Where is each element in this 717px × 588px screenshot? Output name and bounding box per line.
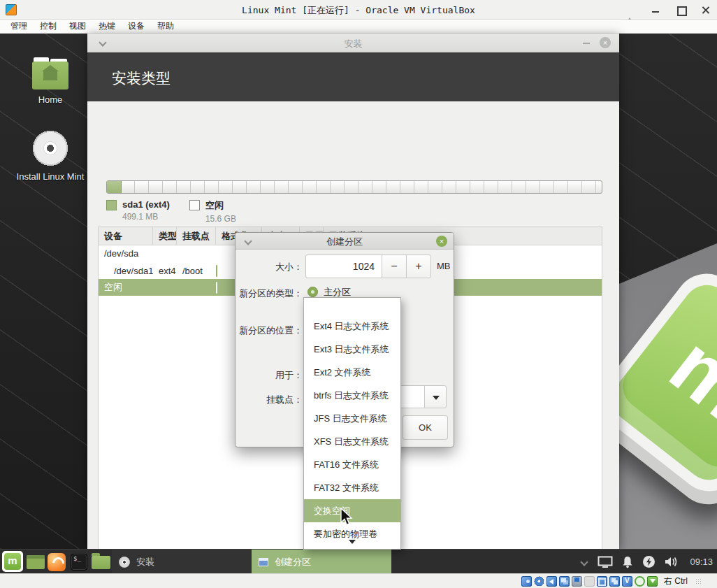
notifications-bell-icon[interactable]	[622, 556, 633, 568]
home-folder-icon	[32, 62, 68, 89]
firefox-icon[interactable]	[48, 553, 66, 571]
install-cd-icon	[32, 130, 68, 166]
size-input[interactable]: 1024	[305, 254, 382, 278]
size-label: 大小：	[236, 261, 303, 273]
window-task-icon	[259, 558, 268, 566]
mouse-integration-status-icon[interactable]	[635, 576, 645, 587]
home-icon-label: Home	[15, 94, 85, 106]
shared-folder-status-icon[interactable]	[584, 576, 595, 587]
display-tray-icon[interactable]	[598, 556, 613, 568]
format-checkbox-unchecked[interactable]	[216, 282, 217, 294]
optical-disc-status-icon[interactable]	[534, 576, 544, 587]
size-unit-label: MB	[437, 261, 451, 271]
system-tray: 09:13	[581, 550, 713, 574]
close-button[interactable]	[702, 6, 710, 14]
dialog-titlebar[interactable]: 创建分区 ×	[236, 233, 454, 250]
use-as-label: 用于：	[236, 369, 303, 382]
cell-type: ext4	[153, 266, 177, 276]
maximize-button[interactable]	[676, 6, 685, 14]
vbox-titlebar: Linux Mint [正在运行] - Oracle VM VirtualBox	[0, 0, 717, 20]
display-status-icon[interactable]	[597, 576, 607, 587]
menu-machine[interactable]: 管理	[4, 20, 34, 32]
dialog-title: 创建分区	[236, 236, 454, 248]
legend-size: 15.6 GB	[205, 214, 236, 224]
ok-button[interactable]: OK	[403, 415, 448, 440]
file-manager-icon[interactable]	[92, 556, 110, 569]
partition-location-label: 新分区的位置：	[236, 324, 303, 337]
format-checkbox-checked[interactable]	[216, 265, 217, 277]
primary-partition-radio[interactable]	[307, 287, 318, 297]
menu-help[interactable]: 帮助	[151, 20, 180, 32]
host-key-label: 右 Ctrl	[664, 575, 688, 587]
audio-status-icon[interactable]	[546, 576, 557, 587]
recording-status-icon[interactable]	[609, 576, 620, 587]
dropdown-item-fat32[interactable]: FAT32 文件系统	[304, 476, 400, 499]
dropdown-item-jfs[interactable]: JFS 日志文件系统	[304, 407, 400, 430]
dropdown-item-ext3[interactable]: Ext3 日志文件系统	[304, 338, 400, 361]
task-label: 安装	[136, 556, 154, 568]
menu-view[interactable]: 视图	[63, 20, 92, 32]
legend-size: 499.1 MB	[122, 212, 170, 222]
cd-task-icon	[119, 557, 130, 568]
mint-menu-button[interactable]	[2, 551, 23, 572]
features-chip-status-icon[interactable]	[622, 576, 632, 587]
dropdown-item-ext4[interactable]: Ext4 日志文件系统	[304, 315, 400, 338]
installer-minimize-icon[interactable]	[583, 43, 590, 44]
task-label: 创建分区	[275, 556, 311, 568]
dialog-close-icon[interactable]: ×	[436, 236, 447, 247]
resize-grip[interactable]	[695, 578, 702, 585]
mouse-cursor	[338, 508, 354, 530]
size-increment-button[interactable]: +	[406, 254, 431, 278]
network-status-icon[interactable]	[559, 576, 570, 587]
tray-collapse-chevron-icon[interactable]	[581, 559, 587, 565]
cell-mountpoint: /boot	[177, 266, 216, 276]
cell-device: 空闲	[99, 281, 153, 294]
installer-close-icon[interactable]: ×	[600, 37, 611, 48]
dropdown-scroll-down-icon[interactable]	[304, 538, 400, 549]
menu-control[interactable]: 控制	[34, 20, 63, 32]
clock[interactable]: 09:13	[690, 557, 713, 567]
taskbar-task-create-partition[interactable]: 创建分区	[252, 550, 391, 574]
legend-label: sda1 (ext4)	[122, 199, 170, 210]
column-device[interactable]: 设备	[99, 227, 153, 245]
partition-type-label: 新分区的类型：	[236, 287, 303, 300]
dropdown-item-ext2[interactable]: Ext2 文件系统	[304, 361, 400, 384]
size-decrement-button[interactable]: −	[382, 254, 407, 278]
terminal-icon[interactable]	[71, 554, 87, 571]
update-shield-icon[interactable]	[642, 555, 656, 568]
legend-item-sda1: sda1 (ext4) 499.1 MB	[106, 199, 170, 224]
desktop-icon-home[interactable]: Home	[15, 56, 85, 106]
volume-icon[interactable]	[665, 556, 679, 568]
legend-swatch-sda1	[106, 200, 117, 210]
minimize-button[interactable]	[651, 6, 660, 14]
vbox-menubar: 管理 控制 视图 热键 设备 帮助	[0, 20, 717, 34]
column-mountpoint[interactable]: 挂载点	[177, 227, 216, 245]
install-icon-label: Install Linux Mint	[15, 171, 85, 182]
hdd-status-icon[interactable]	[521, 576, 532, 587]
dropdown-item-btrfs[interactable]: btrfs 日志文件系统	[304, 384, 400, 407]
keyboard-capture-status-icon[interactable]	[647, 576, 658, 587]
pin-icon[interactable]	[626, 6, 635, 14]
dropdown-item-xfs[interactable]: XFS 日志文件系统	[304, 430, 400, 453]
show-desktop-icon[interactable]	[27, 555, 45, 569]
cell-device: /dev/sda1	[99, 266, 153, 276]
menu-hotkeys[interactable]: 热键	[92, 20, 122, 32]
installer-titlebar[interactable]: 安装 ×	[87, 34, 619, 52]
disk-legend: sda1 (ext4) 499.1 MB 空闲 15.6 GB	[106, 199, 236, 224]
mount-point-dropdown-button[interactable]	[424, 385, 447, 408]
taskbar-task-installer[interactable]: 安装	[112, 550, 252, 574]
disk-bar-sda1-segment	[107, 181, 122, 193]
mount-point-label: 挂载点：	[236, 394, 303, 406]
usb-status-icon[interactable]	[572, 576, 582, 587]
page-title: 安装类型	[112, 69, 171, 88]
legend-item-free: 空闲 15.6 GB	[189, 199, 236, 224]
column-type[interactable]: 类型	[153, 227, 177, 245]
desktop-icon-install[interactable]: Install Linux Mint	[15, 130, 85, 182]
installer-header: 安装类型	[87, 52, 619, 101]
vbox-statusbar: 右 Ctrl	[0, 573, 717, 588]
disk-usage-bar	[106, 180, 602, 194]
dropdown-item-fat16[interactable]: FAT16 文件系统	[304, 453, 400, 476]
vbox-window-title: Linux Mint [正在运行] - Oracle VM VirtualBox	[0, 4, 717, 17]
menu-devices[interactable]: 设备	[122, 20, 151, 32]
legend-label: 空闲	[205, 199, 236, 212]
